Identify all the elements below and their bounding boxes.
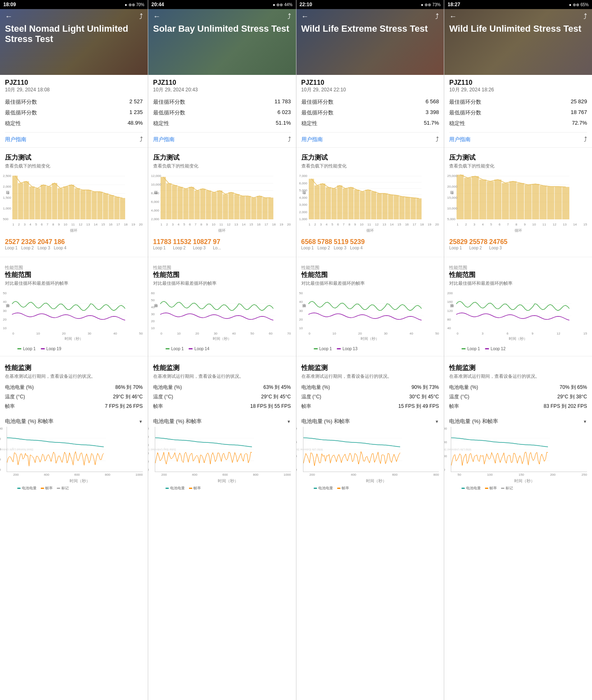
loop-score-label-2: Loop 3 (37, 246, 50, 250)
user-guide-link[interactable]: 用户指南 (5, 136, 26, 143)
mon-label-0: 电池电量 (%) (153, 384, 182, 391)
user-guide-link[interactable]: 用户指南 (449, 136, 471, 143)
battery-chart-header: 电池电量 (%) 和帧率 ▼ (5, 414, 143, 427)
battery-legend-dot-1 (41, 488, 44, 489)
battery-x-label: 时间（秒） (314, 478, 439, 484)
monitoring-row-1: 温度 (°C) 30°C 到 45°C (301, 392, 439, 402)
device-name: PJZ110 (449, 79, 587, 86)
x-tick: 9 (206, 223, 208, 226)
x-tick: 10 (36, 332, 40, 335)
share-icon[interactable]: ⤴ (584, 136, 587, 143)
svg-rect-71 (309, 179, 314, 219)
svg-rect-77 (343, 188, 348, 219)
battery-legend: 电池电量 帧率 标记 (5, 484, 143, 491)
x-tick: 15 (583, 332, 587, 335)
y-tick: 10,000 (151, 183, 161, 186)
stat-value-2: 72.7% (572, 120, 587, 127)
perf-range-category: 性能范围 (301, 265, 439, 271)
y-tick: 10,000 (447, 207, 457, 210)
device-date: 10月 29, 2024 22:10 (301, 86, 439, 93)
share-button[interactable]: ⤴ (139, 12, 143, 21)
dropdown-arrow[interactable]: ▼ (139, 419, 143, 424)
svg-rect-80 (359, 192, 365, 220)
loop-score-value-3: 186 (54, 238, 65, 246)
x-tick: 600 (74, 473, 79, 477)
mon-value-0: 63% 到 45% (263, 384, 291, 391)
x-tick: 5 (183, 223, 185, 226)
mon-value-0: 86% 到 70% (115, 384, 143, 391)
perf-range-category: 性能范围 (5, 265, 143, 271)
perf-chart-legend: Loop 1 Loop 14 (148, 345, 296, 354)
perf-x-label: 时间（秒） (5, 336, 143, 342)
signal-icon: ● (273, 2, 275, 7)
loop-score-label-1: Loop 2 (469, 246, 482, 250)
phone-panel-4: 18:27 ● ⊕⊕ 65% ← ⤴ Wild Life Unlimited S… (444, 0, 592, 700)
svg-rect-53 (245, 196, 251, 219)
device-name: PJZ110 (301, 79, 439, 86)
x-tick: 20 (287, 223, 291, 226)
share-button[interactable]: ⤴ (583, 12, 587, 21)
loop-score-value-0: 6568 (301, 238, 316, 246)
svg-rect-83 (377, 193, 382, 219)
x-tick: 17 (117, 223, 120, 226)
monitoring-row-2: 帧率 7 FPS 到 26 FPS (5, 402, 143, 411)
loop-score-value-3: 5239 (350, 238, 365, 246)
header-nav: ← ⤴ (153, 12, 291, 21)
loop-score-2: 5119 Loop 3 (334, 238, 349, 250)
x-tick: 50 (139, 332, 143, 335)
x-tick: 30 (214, 332, 217, 335)
loop-score-0: 6568 Loop 1 (301, 238, 316, 250)
perf-x-label: 时间（秒） (301, 336, 439, 342)
monitoring-header: 性能监测 在基准测试运行期间，查看设备运行的状况。 (148, 358, 296, 381)
x-tick: 14 (242, 223, 246, 226)
share-icon[interactable]: ⤴ (436, 136, 439, 143)
svg-rect-116 (562, 187, 569, 219)
dropdown-arrow[interactable]: ▼ (435, 419, 439, 424)
back-button[interactable]: ← (5, 12, 12, 21)
dropdown-arrow[interactable]: ▼ (287, 419, 291, 424)
wifi-icon: ⊕⊕ (573, 2, 579, 7)
x-tick: 200 (550, 473, 555, 477)
svg-rect-54 (251, 198, 256, 220)
stat-row-0: 最佳循环分数 11 783 (153, 97, 291, 107)
share-icon[interactable]: ⤴ (140, 136, 143, 143)
stat-row-1: 最低循环分数 18 767 (449, 107, 587, 118)
loop-score-label-0: Loop 1 (153, 246, 166, 250)
share-button[interactable]: ⤴ (287, 12, 291, 21)
back-button[interactable]: ← (153, 12, 161, 21)
y-tick: 5,000 (447, 217, 457, 221)
perf-range-subtitle: 对比最佳循环和最差循环的帧率 (5, 280, 143, 286)
y-tick: 12,000 (151, 174, 161, 178)
y-tick: 100 (0, 427, 2, 430)
x-tick: 12 (552, 223, 556, 226)
x-tick: 4 (30, 223, 31, 226)
perf-range-title: 性能范围 (153, 271, 291, 279)
pressure-test-header: 压力测试 查看负载下的性能变化 (296, 148, 444, 171)
x-tick: 19 (280, 223, 283, 226)
back-button[interactable]: ← (301, 12, 309, 21)
share-icon[interactable]: ⤴ (288, 136, 291, 143)
pressure-test-header: 压力测试 查看负载下的性能变化 (444, 148, 592, 171)
svg-rect-10 (35, 188, 40, 219)
user-guide-link[interactable]: 用户指南 (301, 136, 323, 143)
dropdown-arrow[interactable]: ▼ (583, 419, 587, 424)
x-tick: 19 (428, 223, 431, 226)
perf-range-header: 性能范围 性能范围 对比最佳循环和最差循环的帧率 (148, 259, 296, 288)
user-guide-link[interactable]: 用户指南 (153, 136, 175, 143)
stat-row-2: 稳定性 72.7% (449, 118, 587, 129)
loop-score-label-2: Loop 3 (193, 246, 206, 250)
stress-chart-container: 分数 12,00010,0008,0006,0004,0002,000 1234… (148, 171, 296, 237)
battery-legend-label-0: 电池电量 (318, 486, 333, 491)
svg-rect-109 (510, 181, 517, 219)
back-button[interactable]: ← (449, 12, 457, 21)
x-tick: 10 (64, 223, 68, 226)
y-tick: 20 (0, 468, 2, 472)
wifi-icon: ⊕⊕ (424, 2, 431, 7)
loop-score-value-0: 25829 (449, 238, 468, 246)
y-tick: 40 (447, 326, 452, 330)
battery-legend-dot-2 (501, 488, 504, 489)
monitoring-row-0: 电池电量 (%) 90% 到 73% (301, 383, 439, 392)
y-tick: 15,000 (447, 196, 457, 200)
y-tick: 30 (299, 309, 303, 313)
share-button[interactable]: ⤴ (435, 12, 439, 21)
